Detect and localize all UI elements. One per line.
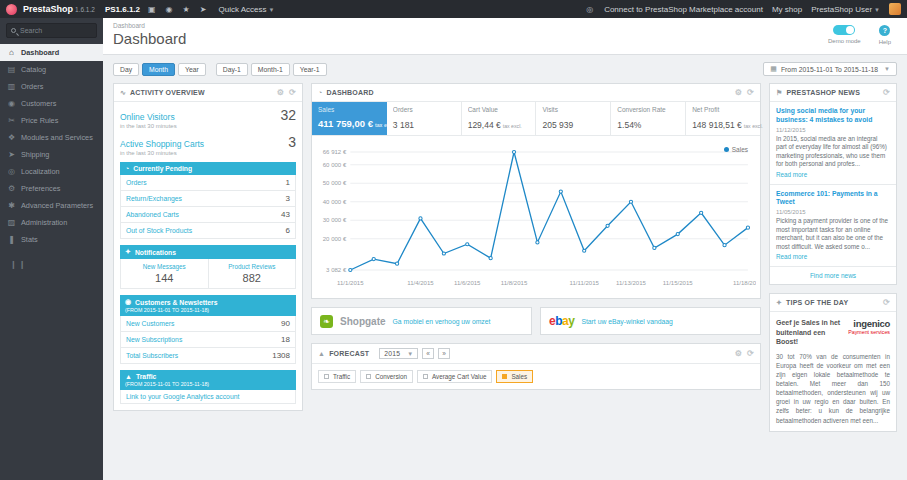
tips-text: 30 tot 70% van de consumenten in Europa … xyxy=(776,352,890,425)
forecast-year-select[interactable]: 2015▼ xyxy=(379,348,418,359)
refresh-icon[interactable]: ⟳ xyxy=(747,88,754,97)
forecast-option-traffic[interactable]: Traffic xyxy=(318,370,356,383)
product-reviews-cell[interactable]: Product Reviews 882 xyxy=(208,259,296,288)
read-more-link[interactable]: Read more xyxy=(776,171,807,178)
new-subscriptions-link[interactable]: New Subscriptions xyxy=(126,336,182,343)
users-icon: ◉ xyxy=(125,298,131,306)
sidebar-item-preferences[interactable]: ⚙Preferences xyxy=(0,180,103,197)
kpi-sales[interactable]: Sales 411 759,00 €tax excl. xyxy=(312,102,387,135)
my-shop-link[interactable]: My shop xyxy=(772,5,802,14)
legend-dot-icon xyxy=(724,147,729,152)
new-customers-link[interactable]: New Customers xyxy=(126,320,174,327)
new-messages-link[interactable]: New Messages xyxy=(123,263,206,270)
sidebar-item-price-rules[interactable]: ✂Price Rules xyxy=(0,112,103,129)
refresh-icon[interactable]: ⟳ xyxy=(883,298,890,307)
filter-day-1-button[interactable]: Day-1 xyxy=(216,63,248,76)
star-icon[interactable]: ★ xyxy=(181,5,192,14)
date-range-picker[interactable]: ▦ From 2015-11-01 To 2015-11-18 ▼ xyxy=(763,62,897,76)
refresh-icon[interactable]: ⟳ xyxy=(747,349,754,358)
online-visitors-link[interactable]: Online Visitors xyxy=(120,112,175,122)
new-messages-cell[interactable]: New Messages 144 xyxy=(121,259,208,288)
clock-icon: ◔ xyxy=(125,165,129,172)
kpi-cart-value[interactable]: Cart Value 129,44 €tax excl. xyxy=(462,102,537,135)
refresh-icon[interactable]: ⟳ xyxy=(883,88,890,97)
breadcrumb: Dashboard xyxy=(113,22,897,29)
news-article-title-link[interactable]: Using social media for your business: 4 … xyxy=(776,107,890,125)
filter-month-1-button[interactable]: Month-1 xyxy=(251,63,290,76)
forecast-option-average-cart-value[interactable]: Average Cart Value xyxy=(417,370,492,383)
filter-year-1-button[interactable]: Year-1 xyxy=(293,63,327,76)
find-more-news-link[interactable]: Find more news xyxy=(810,272,856,279)
tag-icon: ✂ xyxy=(7,116,16,125)
sidebar-item-modules-and-services[interactable]: ❖Modules and Services xyxy=(0,129,103,146)
gear-icon: ⚙ xyxy=(7,184,16,193)
filter-month-button[interactable]: Month xyxy=(142,63,175,76)
svg-text:11/18/2015: 11/18/2015 xyxy=(733,280,756,286)
globe-icon: ◎ xyxy=(7,167,16,176)
sales-chart-area: Sales 66 912 €60 000 €50 000 €40 000 €30… xyxy=(312,136,760,298)
online-visitors-subtext: in the last 30 minutes xyxy=(120,123,296,129)
rocket-icon[interactable]: ➤ xyxy=(198,5,209,14)
svg-text:11/13/2015: 11/13/2015 xyxy=(616,280,646,286)
shopgate-link[interactable]: Ga mobiel en verhoog uw omzet xyxy=(393,318,491,325)
ebay-link[interactable]: Start uw eBay-winkel vandaag xyxy=(581,318,672,325)
tips-heading: Geef je Sales in het buitenland een Boos… xyxy=(776,318,843,346)
user-menu[interactable]: PrestaShop User▼ xyxy=(811,5,880,14)
brand: PrestaShop1.6.1.2 xyxy=(23,4,95,14)
refresh-icon[interactable]: ⟳ xyxy=(289,88,296,97)
folder-icon: ▤ xyxy=(7,65,16,74)
topbar-right: ◎ Connect to PrestaShop Marketplace acco… xyxy=(584,3,901,15)
kpi-net-profit[interactable]: Net Profit 148 918,51 €tax excl. xyxy=(686,102,760,135)
read-more-link[interactable]: Read more xyxy=(776,253,807,260)
svg-text:11/15/2015: 11/15/2015 xyxy=(663,280,693,286)
news-article-title-link[interactable]: Ecommerce 101: Payments in a Tweet xyxy=(776,190,890,208)
sidebar-item-administration[interactable]: ▨Administration xyxy=(0,214,103,231)
sidebar-collapse-icon[interactable]: ❙❙ xyxy=(10,260,103,269)
gear-icon[interactable]: ⚙ xyxy=(277,88,284,97)
search-input[interactable] xyxy=(20,27,92,34)
svg-text:11/1/2015: 11/1/2015 xyxy=(337,280,364,286)
sidebar-item-stats[interactable]: ❚Stats xyxy=(0,231,103,248)
out-of-stock-link[interactable]: Out of Stock Products xyxy=(126,227,192,234)
kpi-visits[interactable]: Visits 205 939 xyxy=(536,102,611,135)
sidebar-item-customers[interactable]: ◉Customers xyxy=(0,95,103,112)
abandoned-carts-link[interactable]: Abandoned Carts xyxy=(126,211,179,218)
filter-year-button[interactable]: Year xyxy=(178,63,206,76)
sidebar-item-dashboard[interactable]: ⌂Dashboard xyxy=(0,44,103,61)
sales-line-chart[interactable]: 66 912 €60 000 €50 000 €40 000 €30 000 €… xyxy=(316,144,756,294)
product-reviews-link[interactable]: Product Reviews xyxy=(211,263,294,270)
sidebar-item-catalog[interactable]: ▤Catalog xyxy=(0,61,103,78)
profile-icon[interactable]: ◉ xyxy=(164,5,175,14)
shop-name: PS1.6.1.2 xyxy=(105,5,140,14)
forecast-option-conversion[interactable]: Conversion xyxy=(360,370,413,383)
sidebar-item-advanced-parameters[interactable]: ✱Advanced Parameters xyxy=(0,197,103,214)
new-messages-value: 144 xyxy=(123,272,206,284)
sidebar-item-shipping[interactable]: ➤Shipping xyxy=(0,146,103,163)
gear-icon[interactable]: ⚙ xyxy=(735,88,742,97)
demo-mode-toggle[interactable] xyxy=(833,25,855,35)
marketplace-link[interactable]: Connect to PrestaShop Marketplace accoun… xyxy=(604,5,763,14)
quick-access-menu[interactable]: Quick Access▼ xyxy=(218,5,274,14)
help-icon[interactable]: ? xyxy=(879,25,890,36)
cart-icon[interactable]: ▣ xyxy=(146,5,158,14)
kpi-conversion-rate[interactable]: Conversion Rate 1.54% xyxy=(611,102,686,135)
next-year-button[interactable]: » xyxy=(438,348,450,359)
forecast-option-sales[interactable]: Sales xyxy=(496,370,533,383)
tips-panel-header: ✦ Tips of the day ⟳ xyxy=(770,294,896,312)
page-header: Dashboard Dashboard Demo mode ? Help xyxy=(103,18,907,55)
active-carts-link[interactable]: Active Shopping Carts xyxy=(120,139,204,149)
activity-panel-header: ∿ Activity overview ⚙⟳ xyxy=(114,84,302,102)
returns-link[interactable]: Return/Exchanges xyxy=(126,195,182,202)
notification-cells: New Messages 144 Product Reviews 882 xyxy=(120,259,296,289)
filter-day-button[interactable]: Day xyxy=(113,63,139,76)
sidebar-item-orders[interactable]: ▥Orders xyxy=(0,78,103,95)
previous-year-button[interactable]: « xyxy=(422,348,434,359)
google-analytics-link[interactable]: Link to your Google Analytics account xyxy=(126,393,239,400)
sidebar-item-localization[interactable]: ◎Localization xyxy=(0,163,103,180)
checkbox-icon xyxy=(324,374,329,379)
gear-icon[interactable]: ⚙ xyxy=(735,349,742,358)
total-subscribers-link[interactable]: Total Subscribers xyxy=(126,352,178,359)
kpi-orders[interactable]: Orders 3 181 xyxy=(387,102,462,135)
avatar[interactable] xyxy=(889,3,901,15)
orders-link[interactable]: Orders xyxy=(126,179,147,186)
